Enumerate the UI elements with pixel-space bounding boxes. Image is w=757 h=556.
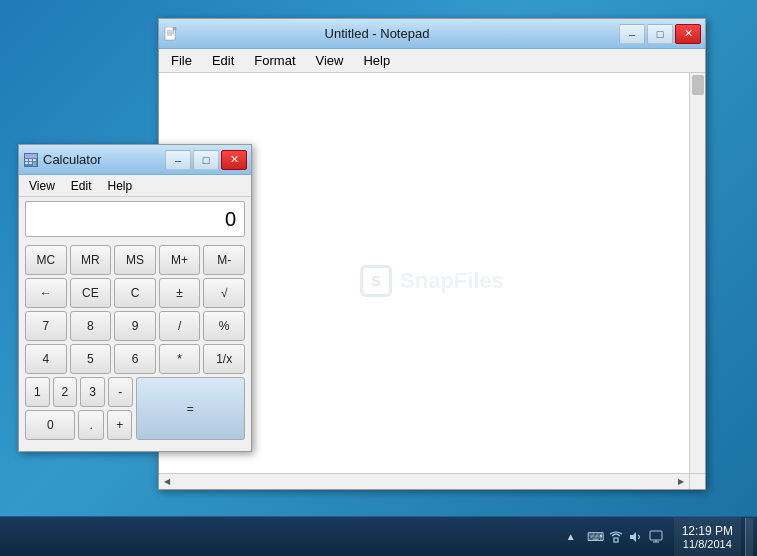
calculator-buttons: MC MR MS M+ M- ← CE C ± √ 7 8 9 / % 4 5 … (19, 241, 251, 451)
svg-rect-10 (25, 162, 28, 164)
notepad-menu-edit[interactable]: Edit (204, 51, 242, 70)
scroll-right-arrow[interactable]: ▶ (673, 475, 689, 489)
svg-rect-13 (614, 538, 618, 542)
calculator-icon (23, 152, 39, 168)
calculator-display: 0 (25, 201, 245, 237)
svg-marker-14 (630, 532, 636, 542)
calc-btn-3[interactable]: 3 (80, 377, 105, 407)
clock-time: 12:19 PM (682, 524, 733, 538)
system-tray: ⌨ (582, 529, 670, 545)
scrollbar-corner (689, 473, 705, 489)
calc-row-clear: ← CE C ± √ (25, 278, 245, 308)
svg-rect-11 (29, 162, 32, 164)
calc-btn-mr[interactable]: MR (70, 245, 112, 275)
clock-area[interactable]: 12:19 PM 11/8/2014 (674, 517, 741, 556)
show-desktop-button[interactable] (745, 518, 753, 556)
calculator-window[interactable]: Calculator – □ ✕ View Edit Help 0 MC MR … (18, 144, 252, 452)
calc-btn-c[interactable]: C (114, 278, 156, 308)
calc-menu-help[interactable]: Help (101, 178, 138, 194)
calc-btn-reciprocal[interactable]: 1/x (203, 344, 245, 374)
calc-btn-dot[interactable]: . (78, 410, 104, 440)
tray-icon-monitor (648, 529, 664, 545)
calc-menu-edit[interactable]: Edit (65, 178, 98, 194)
calc-btn-mplus[interactable]: M+ (159, 245, 201, 275)
calc-btn-divide[interactable]: / (159, 311, 201, 341)
calc-left-columns: 1 2 3 - 0 . + (25, 377, 133, 440)
calculator-title: Calculator (43, 152, 165, 167)
calc-btn-ms[interactable]: MS (114, 245, 156, 275)
calc-btn-plus[interactable]: + (107, 410, 133, 440)
calc-btn-4[interactable]: 4 (25, 344, 67, 374)
calculator-titlebar: Calculator – □ ✕ (19, 145, 251, 175)
display-value: 0 (225, 208, 236, 231)
calc-btn-plusminus[interactable]: ± (159, 278, 201, 308)
calc-row-789: 7 8 9 / % (25, 311, 245, 341)
calc-btn-mminus[interactable]: M- (203, 245, 245, 275)
calc-btn-ce[interactable]: CE (70, 278, 112, 308)
svg-rect-7 (25, 159, 28, 161)
calc-btn-5[interactable]: 5 (70, 344, 112, 374)
calc-row-123: 1 2 3 - (25, 377, 133, 407)
notepad-menu-file[interactable]: File (163, 51, 200, 70)
calc-btn-minus[interactable]: - (108, 377, 133, 407)
svg-rect-15 (650, 531, 662, 540)
calc-btn-multiply[interactable]: * (159, 344, 201, 374)
scroll-left-arrow[interactable]: ◀ (159, 475, 175, 489)
calc-btn-6[interactable]: 6 (114, 344, 156, 374)
notepad-controls: – □ ✕ (619, 24, 701, 44)
notepad-menu-format[interactable]: Format (246, 51, 303, 70)
notepad-menu-view[interactable]: View (308, 51, 352, 70)
calc-last-rows: 1 2 3 - 0 . + = (25, 377, 245, 440)
tray-icon-keyboard: ⌨ (588, 529, 604, 545)
calc-btn-9[interactable]: 9 (114, 311, 156, 341)
calculator-menubar: View Edit Help (19, 175, 251, 197)
calc-row-memory: MC MR MS M+ M- (25, 245, 245, 275)
tray-icon-network (608, 529, 624, 545)
calc-btn-sqrt[interactable]: √ (203, 278, 245, 308)
calc-menu-view[interactable]: View (23, 178, 61, 194)
calc-btn-0[interactable]: 0 (25, 410, 75, 440)
calc-btn-7[interactable]: 7 (25, 311, 67, 341)
svg-rect-9 (33, 159, 36, 161)
taskbar-right: ▲ ⌨ (564, 517, 757, 556)
notepad-menu-help[interactable]: Help (355, 51, 398, 70)
svg-rect-1 (173, 27, 176, 30)
calculator-maximize-button[interactable]: □ (193, 150, 219, 170)
calc-btn-percent[interactable]: % (203, 311, 245, 341)
calc-btn-8[interactable]: 8 (70, 311, 112, 341)
calc-row-456: 4 5 6 * 1/x (25, 344, 245, 374)
calculator-minimize-button[interactable]: – (165, 150, 191, 170)
notepad-scrollbar-horizontal[interactable]: ◀ ▶ (159, 473, 689, 489)
notepad-menubar: File Edit Format View Help (159, 49, 705, 73)
notification-arrow[interactable]: ▲ (564, 531, 578, 542)
calc-btn-1[interactable]: 1 (25, 377, 50, 407)
calculator-controls: – □ ✕ (165, 150, 247, 170)
calc-row-0: 0 . + (25, 410, 133, 440)
notepad-icon (163, 26, 179, 42)
calc-btn-backspace[interactable]: ← (25, 278, 67, 308)
taskbar: ▲ ⌨ (0, 516, 757, 556)
notepad-minimize-button[interactable]: – (619, 24, 645, 44)
tray-icon-volume (628, 529, 644, 545)
notepad-scrollbar-vertical[interactable] (689, 73, 705, 473)
calc-btn-2[interactable]: 2 (53, 377, 78, 407)
scrollbar-thumb-v[interactable] (692, 75, 704, 95)
notepad-titlebar: Untitled - Notepad – □ ✕ (159, 19, 705, 49)
notepad-maximize-button[interactable]: □ (647, 24, 673, 44)
calculator-close-button[interactable]: ✕ (221, 150, 247, 170)
calc-btn-equals[interactable]: = (136, 377, 246, 440)
notepad-close-button[interactable]: ✕ (675, 24, 701, 44)
calc-btn-mc[interactable]: MC (25, 245, 67, 275)
notepad-title: Untitled - Notepad (185, 26, 569, 41)
svg-rect-8 (29, 159, 32, 161)
svg-rect-12 (33, 162, 36, 166)
svg-rect-6 (25, 154, 37, 158)
clock-date: 11/8/2014 (683, 538, 732, 550)
